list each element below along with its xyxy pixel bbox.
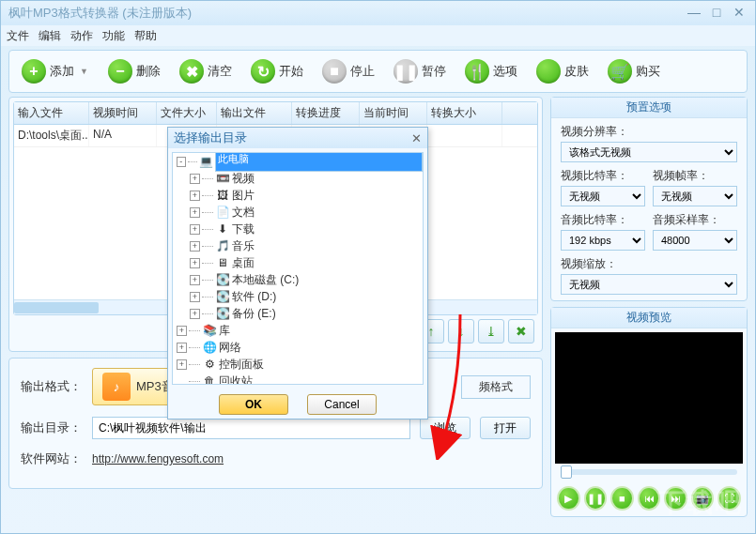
tree-node[interactable]: +⚙控制面板: [173, 356, 423, 373]
folder-icon: 🖼: [215, 188, 230, 203]
dialog-ok-button[interactable]: OK: [219, 394, 288, 415]
col-header[interactable]: 转换进度: [292, 102, 360, 124]
expand-icon[interactable]: -: [177, 157, 186, 167]
toolbar-停止: ■停止: [314, 54, 383, 88]
format-hint[interactable]: 频格式: [461, 375, 531, 399]
menu-file[interactable]: 文件: [7, 28, 29, 44]
expand-icon[interactable]: +: [190, 191, 200, 201]
tree-node[interactable]: +📄文档: [173, 204, 423, 221]
chevron-down-icon[interactable]: ▼: [80, 67, 89, 76]
folder-icon: 💽: [215, 306, 230, 321]
folder-tree[interactable]: -💻此电脑+📼视频+🖼图片+📄文档+⬇下载+🎵音乐+🖥桌面+💽本地磁盘 (C:)…: [172, 152, 424, 385]
menu-function[interactable]: 功能: [102, 28, 125, 44]
pause-button[interactable]: ❚❚: [584, 486, 608, 511]
col-header[interactable]: 文件大小: [157, 102, 217, 124]
expand-icon[interactable]: +: [190, 258, 200, 268]
col-header[interactable]: 输出文件: [217, 102, 292, 124]
app-title: 枫叶MP3格式转换器 (未注册版本): [8, 5, 192, 22]
dialog-title: 选择输出目录: [174, 130, 247, 146]
site-link[interactable]: http://www.fengyesoft.com: [92, 452, 224, 465]
tree-node[interactable]: 🗑回收站: [173, 373, 423, 385]
play-button[interactable]: ▶: [557, 486, 580, 511]
menu-help[interactable]: 帮助: [134, 28, 157, 44]
folder-icon: 💽: [215, 272, 230, 287]
toolbar-删除[interactable]: −删除: [100, 54, 169, 88]
tree-node[interactable]: +🖼图片: [173, 187, 423, 204]
tree-node[interactable]: +🌐网络: [173, 339, 423, 356]
dir-label: 输出目录：: [21, 420, 83, 436]
toolbar: +添加▼−删除✖清空↻开始■停止❚❚暂停🍴选项皮肤🛒购买: [8, 50, 748, 93]
res-select[interactable]: 该格式无视频: [561, 142, 737, 162]
expand-icon[interactable]: +: [190, 207, 200, 218]
expand-icon[interactable]: +: [177, 343, 187, 353]
res-label: 视频分辨率：: [561, 124, 737, 140]
toolbar-icon: ↻: [251, 59, 275, 84]
prev-button[interactable]: ⏮: [638, 486, 661, 511]
preset-title: 预置选项: [551, 98, 747, 118]
title-bar: 枫叶MP3格式转换器 (未注册版本) ― □ ✕: [1, 1, 755, 25]
scale-select[interactable]: 无视频: [561, 274, 737, 295]
expand-icon[interactable]: +: [190, 224, 200, 235]
toolbar-皮肤[interactable]: 皮肤: [528, 54, 597, 88]
tree-node[interactable]: +💽备份 (E:): [173, 305, 423, 322]
toolbar-清空[interactable]: ✖清空: [171, 54, 240, 88]
tree-node[interactable]: +🎵音乐: [173, 237, 423, 254]
stop-button[interactable]: ■: [610, 486, 634, 511]
dialog-cancel-button[interactable]: Cancel: [307, 394, 377, 415]
expand-icon[interactable]: +: [190, 241, 200, 252]
tree-node[interactable]: -💻此电脑: [173, 153, 423, 170]
expand-icon[interactable]: +: [177, 359, 187, 370]
toolbar-icon: 🍴: [465, 59, 489, 84]
tree-node[interactable]: +📚库: [173, 322, 423, 339]
abit-select[interactable]: 192 kbps: [561, 230, 645, 251]
tree-node[interactable]: +💽本地磁盘 (C:): [173, 271, 423, 288]
site-label: 软件网站：: [21, 450, 83, 467]
asr-select[interactable]: 48000: [653, 230, 737, 251]
col-header[interactable]: 当前时间: [360, 102, 427, 124]
col-header[interactable]: 视频时间: [89, 102, 157, 124]
folder-icon: 🎵: [215, 238, 230, 253]
toolbar-购买[interactable]: 🛒购买: [599, 54, 669, 88]
browse-button[interactable]: 浏览: [420, 417, 471, 439]
folder-icon: ⬇: [215, 221, 230, 236]
menu-action[interactable]: 动作: [70, 28, 93, 44]
expand-icon[interactable]: +: [190, 309, 200, 319]
tree-node[interactable]: +🖥桌面: [173, 254, 423, 271]
music-icon: ♪: [102, 373, 131, 401]
folder-icon: 🌐: [202, 340, 217, 355]
move-bottom-button[interactable]: ⤓: [478, 319, 504, 343]
dialog-close-icon[interactable]: ✕: [411, 131, 422, 145]
toolbar-icon: −: [108, 59, 132, 84]
close-button[interactable]: ✕: [731, 5, 748, 22]
menu-edit[interactable]: 编辑: [39, 28, 61, 44]
vbit-select[interactable]: 无视频: [561, 186, 645, 206]
tree-node[interactable]: +📼视频: [173, 170, 423, 187]
minimize-button[interactable]: ―: [686, 5, 702, 22]
folder-icon: 📄: [215, 205, 230, 220]
toolbar-开始[interactable]: ↻开始: [242, 54, 312, 88]
vbit-label: 视频比特率：: [561, 168, 645, 184]
abit-label: 音频比特率：: [561, 212, 645, 228]
tree-node[interactable]: +⬇下载: [173, 221, 423, 237]
toolbar-选项[interactable]: 🍴选项: [456, 54, 526, 88]
col-header[interactable]: 输入文件: [14, 102, 89, 124]
preview-slider[interactable]: [561, 469, 737, 475]
remove-button[interactable]: ✖: [508, 319, 534, 343]
expand-icon[interactable]: +: [190, 275, 200, 285]
expand-icon[interactable]: +: [190, 174, 200, 184]
toolbar-添加[interactable]: +添加▼: [13, 54, 98, 88]
tree-node[interactable]: +💽软件 (D:): [173, 288, 423, 305]
preset-panel: 预置选项 视频分辨率： 该格式无视频 视频比特率：无视频 视频帧率：无视频 音频…: [550, 97, 748, 301]
watermark: 下载吧: [658, 485, 743, 521]
move-down-button[interactable]: ↓: [448, 319, 474, 343]
toolbar-icon: 🛒: [608, 59, 632, 84]
vfps-select[interactable]: 无视频: [653, 186, 737, 206]
col-header[interactable]: 转换大小: [427, 102, 502, 124]
expand-icon[interactable]: +: [177, 326, 187, 336]
maximize-button[interactable]: □: [708, 5, 725, 22]
format-label: 输出格式：: [21, 378, 83, 395]
folder-icon: 📚: [202, 323, 217, 338]
open-button[interactable]: 打开: [480, 417, 531, 439]
scale-label: 视频缩放：: [561, 256, 737, 272]
expand-icon[interactable]: +: [190, 292, 200, 302]
